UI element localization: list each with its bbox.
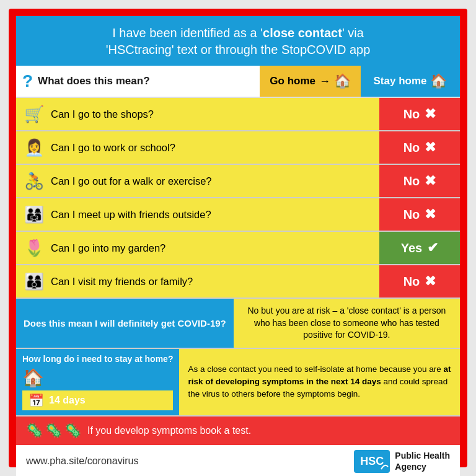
house-icon-2: 🏠 [430,73,447,89]
covid-question-box: Does this mean I will definitely get COV… [16,299,234,348]
qa-answer-shops: No ✖ [379,98,460,130]
qa-row-walk: 🚴 Can I go out for a walk or exercise? N… [16,165,460,198]
qa-question-friends: 👨‍👩‍👧 Can I meet up with friends outside… [16,198,379,231]
qa-question-family: 👨‍👩‍👦 Can I visit my friends or family? [16,265,379,298]
qa-question-garden: 🌷 Can I go into my garden? [16,232,379,264]
covid-answer-box: No but you are at risk – a 'close contac… [234,299,460,348]
stay-home-right: As a close contact you need to self-isol… [179,349,460,415]
qa-question-shops: 🛒 Can I go to the shops? [16,98,379,130]
house-icon-1: 🏠 [334,73,351,89]
check-icon-garden: ✔ [427,240,438,256]
stay-home-left: How long do i need to stay at home? 🏠 📅 … [16,349,179,415]
qa-answer-friends: No ✖ [379,198,460,231]
qa-question-walk-text: Can I go out for a walk or exercise? [51,175,212,187]
qa-question-friends-text: Can I meet up with friends outside? [51,209,211,221]
covid-question-text: Does this mean I will definitely get COV… [24,318,226,328]
arrow-icon: → [319,75,330,88]
qa-row-friends: 👨‍👩‍👧 Can I meet up with friends outside… [16,198,460,232]
risk-bold: at risk of developing symptoms in the ne… [188,364,451,386]
qa-answer-garden: Yes ✔ [379,232,460,264]
friends-icon: 👨‍👩‍👧 [24,205,45,224]
house-icon-left: 🏠 [22,368,44,388]
family-icon: 👨‍👩‍👦 [24,272,45,291]
inner-container: I have been identified as a 'close conta… [16,16,460,460]
qa-question-walk: 🚴 Can I go out for a walk or exercise? [16,165,379,197]
cross-icon-shops: ✖ [425,106,436,122]
qa-question-family-text: Can I visit my friends or family? [51,276,193,288]
website-url: www.pha.site/coronavirus [26,456,138,467]
yes-label-garden: Yes [401,241,422,255]
cross-icon-family: ✖ [425,273,436,289]
walk-icon: 🚴 [24,172,45,191]
qa-answer-family: No ✖ [379,265,460,298]
qa-answer-work: No ✖ [379,131,460,164]
go-home-box: Go home → 🏠 [260,66,361,97]
question-mark-icon: ? [22,71,33,91]
cross-icon-work: ✖ [425,139,436,156]
what-row: ? What does this mean? Go home → 🏠 Stay … [16,66,460,98]
qa-question-work-text: Can I go to work or school? [51,142,175,154]
stay-home-box: Stay home 🏠 [361,66,460,97]
hsc-logo: HSC Public HealthAgency [354,450,450,473]
virus-icons: 🦠 🦠 🦠 [26,423,81,439]
header-banner: I have been identified as a 'close conta… [16,16,460,66]
qa-row-garden: 🌷 Can I go into my garden? Yes ✔ [16,232,460,265]
shops-icon: 🛒 [24,105,45,124]
qa-row-work: 👩‍💼 Can I go to work or school? No ✖ [16,131,460,165]
footer-row: www.pha.site/coronavirus HSC Public Heal… [16,445,460,476]
hsc-org-text: Public HealthAgency [395,450,450,472]
close-contact-bold: close contact [263,26,342,40]
qa-question-garden-text: Can I go into my garden? [51,242,165,254]
qa-answer-walk: No ✖ [379,165,460,197]
hsc-swoosh-icon [380,462,389,470]
hsc-badge: HSC [354,450,390,473]
days-label: 14 days [49,395,86,406]
what-question-text: What does this mean? [38,75,149,87]
stay-home-info-text: As a close contact you need to self-isol… [188,363,451,401]
cross-icon-friends: ✖ [425,206,436,223]
stay-home-section: How long do i need to stay at home? 🏠 📅 … [16,349,460,416]
virus-icon-1: 🦠 [26,423,43,439]
calendar-icon: 📅 [29,393,44,408]
covid-answer-text: No but you are at risk – a 'close contac… [242,305,451,342]
outer-border: I have been identified as a 'close conta… [9,9,467,467]
what-question: ? What does this mean? [16,66,260,97]
virus-icon-2: 🦠 [45,423,62,439]
covid-section: Does this mean I will definitely get COV… [16,299,460,349]
qa-row-shops: 🛒 Can I go to the shops? No ✖ [16,98,460,131]
no-label-family: No [403,275,420,289]
no-label-shops: No [403,107,420,121]
stay-home-question-text: How long do i need to stay at home? [22,354,173,364]
qa-question-work: 👩‍💼 Can I go to work or school? [16,131,379,164]
garden-icon: 🌷 [24,239,45,258]
work-icon: 👩‍💼 [24,138,45,157]
days-box: 📅 14 days [22,390,173,410]
go-home-label: Go home [270,75,315,87]
stay-home-label: Stay home [374,75,427,87]
no-label-friends: No [403,208,420,222]
no-label-walk: No [403,174,420,188]
symptoms-text: If you develop symptoms book a test. [87,425,251,436]
qa-row-family: 👨‍👩‍👦 Can I visit my friends or family? … [16,265,460,299]
qa-question-shops-text: Can I go to the shops? [51,108,154,120]
no-label-work: No [403,141,420,155]
cross-icon-walk: ✖ [425,173,436,189]
virus-icon-3: 🦠 [64,423,81,439]
symptoms-row: 🦠 🦠 🦠 If you develop symptoms book a tes… [16,416,460,445]
